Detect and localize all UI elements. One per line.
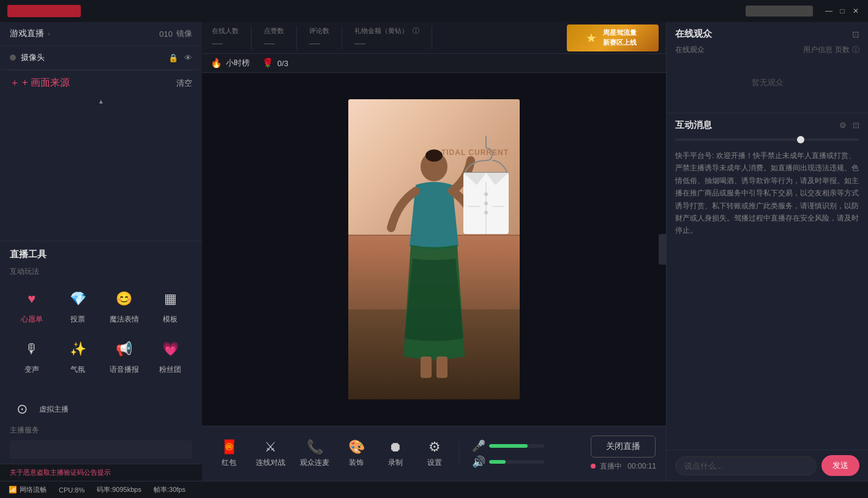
video-content: TIDAL CURRENT [348, 99, 520, 399]
toolbar-decoration-button[interactable]: 🎨 装饰 [339, 436, 373, 472]
end-btn-area: 关闭直播 直播中 00:00:11 [591, 436, 656, 472]
messages-expand-icon[interactable]: ⊡ [853, 121, 859, 130]
notice-text[interactable]: 关于恶意盗取主播验证码公告提示 [10, 468, 111, 477]
tool-voice-broadcast-label: 语音播报 [110, 364, 139, 375]
bottom-toolbar: 🧧 红包 ⚔ 连线对战 📞 观众连麦 🎨 装饰 ⏺ 录制 ⚙ 设置 [202, 426, 666, 481]
toolbar-connect-button[interactable]: 📞 观众连麦 [295, 436, 334, 472]
messages-settings-icon[interactable]: ⚙ [839, 121, 847, 130]
minimize-button[interactable]: — [824, 6, 834, 16]
jacket-hanger [458, 136, 514, 246]
notice-bar: 关于恶意盗取主播验证码公告提示 [0, 464, 202, 481]
tool-virtual-host[interactable]: ⊙ 虚拟主播 [10, 393, 192, 425]
host-services-content [10, 440, 192, 459]
message-feed: 快手平台号: 欢迎开播！快手禁止未成年人直播或打赏、严禁主播诱导未成年人消费。如… [667, 145, 868, 450]
voice-broadcast-icon: 📢 [112, 337, 137, 361]
audience-title: 在线观众 [675, 28, 712, 40]
lock-icon[interactable]: 🔒 [168, 53, 178, 62]
mic-volume-bar [489, 444, 544, 448]
toolbar-settings-button[interactable]: ⚙ 设置 [417, 436, 452, 472]
chat-input[interactable] [675, 456, 817, 475]
mic-icon[interactable]: 🎤 [472, 439, 485, 453]
right-volume-track[interactable] [675, 138, 859, 141]
tool-magic-emoji-label: 魔法表情 [110, 314, 139, 325]
hourly-rank[interactable]: 🔥 小时榜 [211, 58, 250, 69]
tool-template[interactable]: ▦ 模板 [149, 283, 193, 328]
virtual-host-label: 虚拟主播 [39, 404, 69, 415]
network-label: 网络流畅 [20, 485, 47, 494]
fps-label: 帧率:30fps [154, 485, 185, 494]
status-bar: 📶 网络流畅 CPU:8% 码率:9095kbps 帧率:30fps [0, 481, 868, 498]
svg-point-9 [484, 211, 488, 214]
source-area: ＋ + 画面来源 清空 ▲ [0, 70, 202, 241]
toolbar-record-button[interactable]: ⏺ 录制 [378, 436, 413, 472]
messages-title: 互动消息 [675, 119, 712, 131]
redpacket-icon: 🧧 [221, 439, 238, 455]
cpu-label: CPU:8% [59, 486, 84, 494]
tool-voice-broadcast[interactable]: 📢 语音播报 [102, 333, 146, 379]
tool-magic-emoji[interactable]: 😊 魔法表情 [102, 283, 146, 328]
heart-icon: ♥ [20, 287, 44, 311]
tool-vote[interactable]: 💎 投票 [56, 283, 100, 328]
tool-atmosphere[interactable]: ✨ 气氛 [56, 333, 100, 379]
titlebar-right: — □ ✕ [746, 6, 861, 17]
clear-button[interactable]: 清空 [176, 78, 192, 89]
toolbar-settings-label: 设置 [427, 458, 442, 468]
mirror-control[interactable]: 010 镜像 [159, 28, 192, 39]
stat-gifts: 礼物金额（黄钻） ⓘ — [342, 26, 432, 50]
tool-atmosphere-label: 气氛 [70, 364, 85, 375]
toolbar-redpacket-button[interactable]: 🧧 红包 [212, 436, 246, 472]
right-volume-thumb[interactable] [797, 136, 804, 143]
svg-rect-3 [436, 357, 447, 378]
pk-icon: ⚔ [264, 439, 277, 455]
collapse-row[interactable]: ▲ [10, 96, 192, 107]
tool-template-label: 模板 [163, 314, 178, 325]
voice-change-icon: 🎙 [20, 337, 44, 361]
app-logo [7, 5, 81, 17]
speaker-volume-bar [489, 460, 544, 464]
status-network: 📶 网络流畅 [9, 485, 47, 494]
page-info-icon[interactable]: ⓘ [852, 45, 859, 55]
hourly-rank-label: 小时榜 [226, 58, 250, 69]
chevron-right-icon: › [48, 30, 50, 37]
sidebar-title[interactable]: 游戏直播 › [10, 28, 50, 39]
system-message: 快手平台号: 欢迎开播！快手禁止未成年人直播或打赏、严禁主播诱导未成年人消费。如… [675, 149, 859, 237]
video-wrapper: TIDAL CURRENT [202, 73, 666, 426]
messages-icons: ⚙ ⊡ [839, 121, 859, 130]
status-cpu: CPU:8% [59, 486, 84, 494]
eye-icon[interactable]: 👁 [184, 53, 192, 62]
tool-fan-club[interactable]: 💗 粉丝团 [149, 333, 193, 379]
fire-icon: 🔥 [211, 58, 222, 69]
toolbar-pk-button[interactable]: ⚔ 连线对战 [251, 436, 290, 472]
rose-rank[interactable]: 🌹 0/3 [262, 58, 288, 69]
user-info-label: 用户信息 [803, 45, 832, 55]
right-panel-toggle[interactable]: › [659, 234, 666, 265]
end-broadcast-button[interactable]: 关闭直播 [591, 436, 656, 458]
tool-wishlist[interactable]: ♥ 心愿单 [10, 283, 54, 328]
bitrate-label: 码率:9095kbps [97, 485, 141, 494]
magic-emoji-icon: 😊 [112, 287, 137, 311]
no-audience-message: 暂无观众 [675, 59, 859, 107]
gift-info-icon[interactable]: ⓘ [413, 27, 419, 34]
toolbar-connect-label: 观众连麦 [300, 458, 329, 468]
send-button[interactable]: 发送 [821, 455, 859, 476]
live-tools-title: 直播工具 [10, 249, 192, 260]
add-source-button[interactable]: ＋ + 画面来源 [10, 77, 70, 89]
maximize-button[interactable]: □ [837, 6, 847, 16]
live-tools-section: 直播工具 互动玩法 ♥ 心愿单 💎 投票 😊 魔法表情 [0, 241, 202, 393]
rose-count: 0/3 [277, 59, 288, 68]
audience-sub-label: 在线观众 [675, 45, 705, 55]
tool-voice-change[interactable]: 🎙 变声 [10, 333, 54, 379]
chevron-up-icon: ▲ [98, 98, 104, 105]
speaker-icon[interactable]: 🔊 [472, 455, 485, 469]
right-panel: 在线观众 ⊡ 在线观众 用户信息 页数 ⓘ 暂无观众 互动消息 ⚙ ⊡ [666, 22, 868, 481]
stat-online-label: 在线人数 [212, 26, 239, 36]
audience-expand-icon[interactable]: ⊡ [852, 29, 859, 39]
stat-gifts-value: — [354, 37, 365, 50]
camera-text: 摄像头 [21, 52, 45, 63]
stat-comments-label: 评论数 [309, 26, 329, 36]
close-button[interactable]: ✕ [851, 6, 861, 16]
stats-banner[interactable]: ★ 周星驾流量 新赛区上线 [567, 25, 659, 51]
tools-grid: ♥ 心愿单 💎 投票 😊 魔法表情 ▦ 模板 [10, 283, 192, 379]
chat-input-area: 发送 [667, 450, 868, 481]
status-fps: 帧率:30fps [154, 485, 185, 494]
